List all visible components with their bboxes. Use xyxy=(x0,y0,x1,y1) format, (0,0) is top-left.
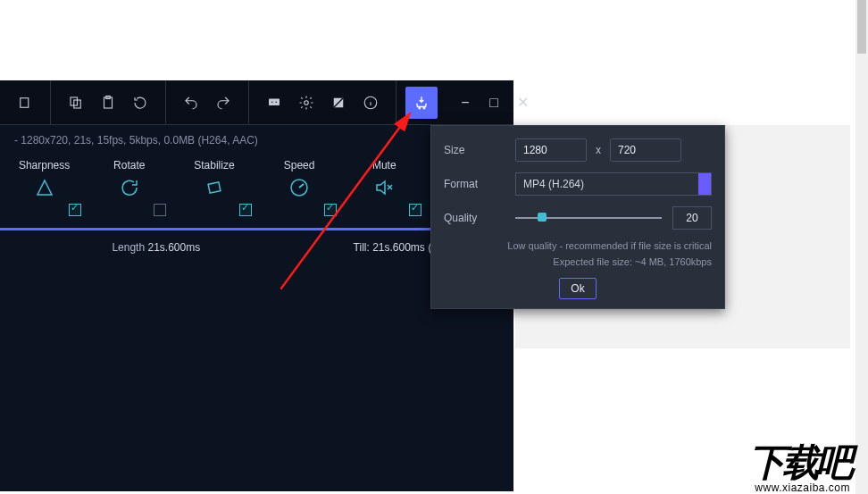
window-controls: − □ ✕ xyxy=(447,89,541,116)
svg-line-16 xyxy=(280,113,410,289)
paste-icon[interactable] xyxy=(60,87,92,119)
format-value: MP4 (H.264) xyxy=(523,178,584,190)
svg-point-6 xyxy=(271,101,273,103)
format-select[interactable]: MP4 (H.264) xyxy=(515,172,712,196)
svg-rect-13 xyxy=(208,182,221,193)
quality-value[interactable]: 20 xyxy=(672,206,712,230)
minimize-button[interactable]: − xyxy=(452,89,479,116)
card-label: Sharpness xyxy=(19,159,70,172)
card-stabilize[interactable]: Stabilize xyxy=(177,159,251,216)
svg-point-12 xyxy=(423,107,425,109)
height-input[interactable] xyxy=(610,138,681,162)
watermark: 下载吧 www.xiazaiba.com xyxy=(748,444,850,494)
card-label: Rotate xyxy=(113,159,145,172)
length-value: 21s.600ms xyxy=(147,241,200,254)
size-label: Size xyxy=(444,144,515,156)
triangle-icon xyxy=(33,177,56,201)
svg-point-8 xyxy=(305,100,309,105)
size-separator: x xyxy=(596,144,601,156)
stabilize-icon xyxy=(203,177,226,201)
quality-slider[interactable] xyxy=(515,209,662,227)
length-label: Length xyxy=(112,241,145,254)
checkbox[interactable] xyxy=(239,204,252,216)
toolbar: − □ ✕ xyxy=(0,80,513,125)
svg-rect-5 xyxy=(269,98,280,105)
format-label: Format xyxy=(444,178,515,190)
width-input[interactable] xyxy=(515,138,587,162)
watermark-url: www.xiazaiba.com xyxy=(748,481,850,494)
copy-icon[interactable] xyxy=(9,87,41,119)
filesize-note: Expected file size: ~4 MB, 1760kbps xyxy=(444,256,712,267)
chevron-down-icon xyxy=(698,173,711,195)
quality-label: Quality xyxy=(444,212,515,224)
card-sharpness[interactable]: Sharpness xyxy=(7,159,81,216)
card-rotate[interactable]: Rotate xyxy=(92,159,166,216)
export-settings-popup: Size x Format MP4 (H.264) Quality 20 Low… xyxy=(430,125,725,309)
clipboard-icon[interactable] xyxy=(92,87,124,119)
card-label: Stabilize xyxy=(194,159,234,172)
watermark-logo: 下载吧 xyxy=(748,444,850,481)
redo-icon[interactable] xyxy=(207,87,239,119)
svg-point-7 xyxy=(276,101,278,103)
close-button[interactable]: ✕ xyxy=(509,89,536,116)
checkbox[interactable] xyxy=(69,204,81,216)
svg-rect-0 xyxy=(21,97,29,107)
maximize-button[interactable]: □ xyxy=(480,89,507,116)
ok-button[interactable]: Ok xyxy=(559,278,596,299)
page-scrollbar[interactable] xyxy=(855,0,868,494)
annotation-arrow-icon xyxy=(280,111,414,289)
undo-spin-icon[interactable] xyxy=(124,87,156,119)
checkbox[interactable] xyxy=(154,204,166,216)
quality-note: Low quality - recommended if file size i… xyxy=(444,240,712,251)
rotate-icon xyxy=(118,177,141,201)
undo-icon[interactable] xyxy=(175,87,207,119)
svg-point-11 xyxy=(419,107,421,109)
